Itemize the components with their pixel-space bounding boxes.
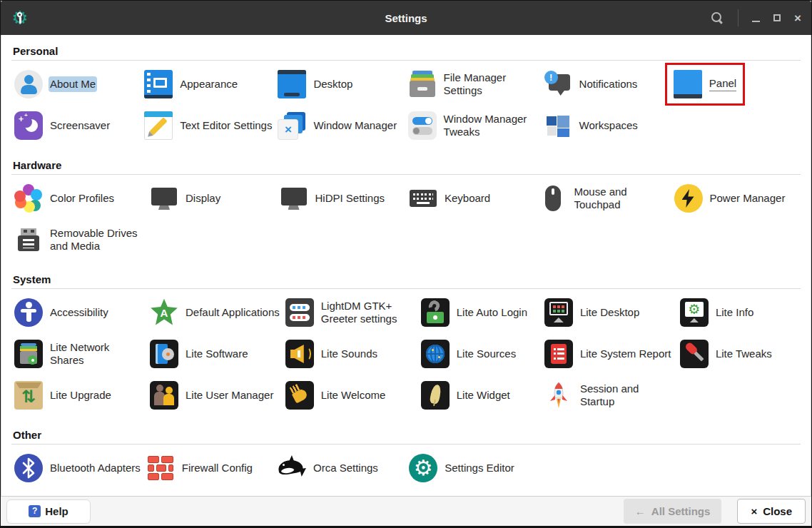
grid-cell: Color Profiles [11, 181, 147, 216]
firewall-icon [146, 454, 175, 482]
maximize-icon[interactable] [773, 14, 781, 21]
item-color-profiles[interactable]: Color Profiles [11, 183, 117, 214]
grid-cell: LightDM GTK+ Greeter settings [283, 295, 418, 330]
item-label: Workspaces [579, 119, 638, 132]
notifications-icon: ! [544, 70, 572, 98]
item-label: Session and Startup [580, 382, 674, 407]
item-lite-tweaks[interactable]: Lite Tweaks [677, 338, 775, 370]
lite-sounds-icon [285, 340, 314, 368]
item-lite-info[interactable]: ⚙Lite Info [677, 297, 756, 328]
lite-welcome-icon [285, 381, 314, 410]
mouse-icon [539, 184, 567, 213]
item-label: File Manager Settings [444, 71, 538, 96]
item-workspaces[interactable]: Workspaces [541, 110, 641, 141]
grid-cell: Orca Settings [275, 450, 406, 486]
item-firewall-config[interactable]: Firewall Config [143, 452, 255, 484]
back-arrow-icon: ← [635, 505, 646, 517]
item-file-manager-settings[interactable]: File Manager Settings [405, 68, 541, 100]
item-text-editor-settings[interactable]: Text Editor Settings [141, 110, 275, 141]
network-shares-icon [14, 340, 43, 368]
item-label: Accessibility [50, 306, 108, 319]
lightdm-icon [285, 298, 314, 327]
item-lite-upgrade[interactable]: ⇅Lite Upgrade [11, 380, 114, 411]
appearance-icon [144, 70, 173, 98]
file-manager-icon [408, 70, 437, 98]
item-lite-sounds[interactable]: Lite Sounds [283, 338, 380, 370]
panel-icon [674, 70, 702, 98]
item-mouse-and-touchpad[interactable]: Mouse and Touchpad [536, 183, 671, 214]
item-window-manager[interactable]: ×Window Manager [275, 110, 400, 141]
footer-right-buttons: ← All Settings × Close [624, 499, 806, 524]
item-lite-system-report[interactable]: Lite System Report [542, 338, 674, 370]
item-session-and-startup[interactable]: Session and Startup [542, 380, 677, 411]
item-accessibility[interactable]: Accessibility [11, 297, 111, 328]
section-grid-other: Bluetooth AdaptersFirewall ConfigOrca Se… [11, 445, 801, 493]
item-lite-network-shares[interactable]: Lite Network Shares [11, 338, 147, 370]
grid-cell: File Manager Settings [405, 66, 541, 102]
help-button[interactable]: ? Help [6, 499, 91, 524]
item-label: Bluetooth Adapters [50, 462, 141, 474]
grid-cell: ⇅Lite Upgrade [11, 377, 147, 413]
grid-cell: ++Screensaver [11, 108, 141, 143]
item-panel[interactable]: Panel [671, 68, 739, 100]
item-removable-drives-and-media[interactable]: Removable Drives and Media [11, 224, 147, 255]
search-icon[interactable] [711, 11, 724, 25]
item-lite-software[interactable]: Lite Software [147, 338, 251, 370]
close-button[interactable]: × Close [737, 499, 806, 524]
grid-cell: Firewall Config [143, 450, 275, 486]
item-desktop[interactable]: Desktop [275, 68, 355, 100]
item-bluetooth-adapters[interactable]: Bluetooth Adapters [11, 452, 143, 484]
item-default-applications[interactable]: ADefault Applications [147, 297, 283, 328]
minimize-icon[interactable] [752, 21, 760, 22]
item-notifications[interactable]: !Notifications [541, 68, 641, 100]
grid-cell: ×Window Manager [275, 108, 405, 143]
hidpi-icon [280, 184, 308, 213]
section-header-other: Other [13, 429, 799, 441]
item-label: LightDM GTK+ Greeter settings [321, 300, 415, 325]
item-keyboard[interactable]: Keyboard [406, 183, 493, 214]
grid-cell: Lite Software [147, 336, 283, 372]
grid-cell: Workspaces [541, 108, 671, 143]
grid-cell: Lite Widget [418, 377, 542, 413]
all-settings-button[interactable]: ← All Settings [624, 499, 722, 524]
item-hidpi-settings[interactable]: HiDPI Settings [277, 183, 388, 214]
item-display[interactable]: Display [147, 183, 223, 214]
sys-report-icon [544, 340, 573, 368]
item-lite-welcome[interactable]: Lite Welcome [283, 380, 389, 411]
item-lite-sources[interactable]: Lite Sources [418, 338, 519, 370]
item-label: Desktop [313, 78, 352, 91]
item-lightdm-gtk-greeter-settings[interactable]: LightDM GTK+ Greeter settings [283, 297, 418, 328]
grid-cell: ADefault Applications [147, 295, 283, 330]
item-window-manager-tweaks[interactable]: Window Manager Tweaks [405, 110, 541, 141]
default-apps-icon: A [150, 298, 178, 327]
item-orca-settings[interactable]: Orca Settings [275, 452, 381, 484]
workspaces-icon [544, 111, 572, 140]
titlebar-actions: × [711, 9, 801, 26]
item-lite-user-manager[interactable]: Lite User Manager [147, 380, 276, 411]
close-icon[interactable]: × [794, 12, 801, 24]
section-header-personal: Personal [13, 45, 799, 57]
grid-cell: Accessibility [11, 295, 147, 330]
item-screensaver[interactable]: ++Screensaver [11, 110, 113, 141]
item-lite-widget[interactable]: Lite Widget [418, 380, 513, 411]
power-icon [674, 184, 703, 213]
item-label: Window Manager [313, 119, 397, 132]
item-lite-desktop[interactable]: Lite Desktop [542, 297, 642, 328]
lite-tweaks-icon [680, 340, 709, 368]
grid-cell: Text Editor Settings [141, 108, 275, 143]
desktop-icon [278, 70, 306, 98]
item-power-manager[interactable]: Power Manager [671, 183, 788, 214]
help-button-label: Help [45, 505, 68, 517]
grid-cell: Bluetooth Adapters [11, 450, 143, 486]
item-label: Removable Drives and Media [50, 227, 144, 252]
lite-desktop-icon [544, 298, 573, 327]
item-lite-auto-login[interactable]: Lite Auto Login [418, 297, 530, 328]
grid-cell: HiDPI Settings [277, 181, 407, 216]
item-label: Lite Info [716, 306, 753, 319]
rocket-icon [544, 381, 573, 410]
item-settings-editor[interactable]: ⚙Settings Editor [406, 452, 517, 484]
grid-cell: Session and Startup [542, 377, 677, 413]
grid-cell: ⚙Lite Info [677, 295, 801, 330]
item-about-me[interactable]: About Me [11, 68, 98, 100]
item-appearance[interactable]: Appearance [141, 68, 240, 100]
